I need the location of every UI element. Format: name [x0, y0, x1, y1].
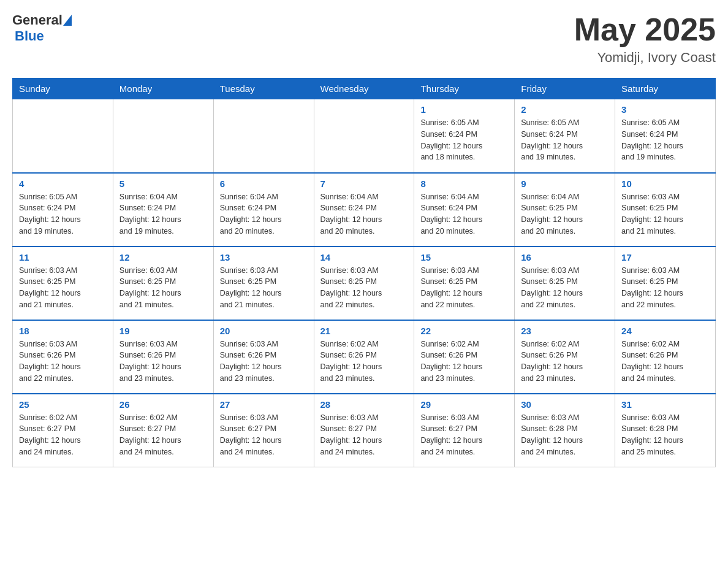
- calendar-cell: 8Sunrise: 6:04 AM Sunset: 6:24 PM Daylig…: [414, 173, 515, 247]
- day-number: 29: [420, 399, 508, 410]
- weekday-header-saturday: Saturday: [615, 79, 716, 99]
- calendar-cell: [13, 99, 113, 173]
- day-number: 24: [621, 326, 709, 336]
- day-info: Sunrise: 6:04 AM Sunset: 6:24 PM Dayligh…: [119, 191, 207, 237]
- day-number: 2: [521, 104, 609, 115]
- day-info: Sunrise: 6:03 AM Sunset: 6:26 PM Dayligh…: [119, 339, 207, 385]
- weekday-header-friday: Friday: [515, 79, 615, 99]
- calendar-cell: 6Sunrise: 6:04 AM Sunset: 6:24 PM Daylig…: [213, 173, 314, 247]
- day-info: Sunrise: 6:05 AM Sunset: 6:24 PM Dayligh…: [420, 117, 508, 163]
- day-number: 23: [521, 326, 609, 336]
- day-info: Sunrise: 6:03 AM Sunset: 6:27 PM Dayligh…: [320, 412, 408, 458]
- day-info: Sunrise: 6:03 AM Sunset: 6:28 PM Dayligh…: [621, 412, 709, 458]
- calendar-cell: [314, 99, 414, 173]
- day-number: 17: [621, 252, 709, 262]
- day-info: Sunrise: 6:02 AM Sunset: 6:26 PM Dayligh…: [521, 339, 609, 385]
- day-number: 8: [420, 178, 508, 189]
- day-info: Sunrise: 6:05 AM Sunset: 6:24 PM Dayligh…: [621, 117, 709, 163]
- day-number: 25: [19, 399, 107, 410]
- calendar-cell: [113, 99, 213, 173]
- day-number: 10: [621, 178, 709, 189]
- day-number: 26: [119, 399, 207, 410]
- calendar-week-row: 1Sunrise: 6:05 AM Sunset: 6:24 PM Daylig…: [13, 99, 716, 173]
- day-number: 6: [220, 178, 308, 189]
- day-info: Sunrise: 6:02 AM Sunset: 6:26 PM Dayligh…: [320, 339, 408, 385]
- day-info: Sunrise: 6:03 AM Sunset: 6:28 PM Dayligh…: [521, 412, 609, 458]
- title-block: May 2025 Yomidji, Ivory Coast: [574, 12, 716, 66]
- logo-general-text: General: [12, 12, 63, 28]
- day-number: 12: [119, 252, 207, 262]
- day-info: Sunrise: 6:04 AM Sunset: 6:24 PM Dayligh…: [320, 191, 408, 237]
- day-number: 27: [220, 399, 308, 410]
- calendar-cell: 17Sunrise: 6:03 AM Sunset: 6:25 PM Dayli…: [615, 247, 716, 320]
- day-number: 19: [119, 326, 207, 336]
- weekday-header-monday: Monday: [113, 79, 213, 99]
- calendar-cell: 20Sunrise: 6:03 AM Sunset: 6:26 PM Dayli…: [213, 320, 314, 394]
- weekday-header-sunday: Sunday: [13, 79, 113, 99]
- calendar-cell: 13Sunrise: 6:03 AM Sunset: 6:25 PM Dayli…: [213, 247, 314, 320]
- logo: General Blue: [12, 12, 72, 44]
- day-info: Sunrise: 6:02 AM Sunset: 6:26 PM Dayligh…: [621, 339, 709, 385]
- calendar-cell: 29Sunrise: 6:03 AM Sunset: 6:27 PM Dayli…: [414, 394, 515, 467]
- calendar-cell: 15Sunrise: 6:03 AM Sunset: 6:25 PM Dayli…: [414, 247, 515, 320]
- day-number: 15: [420, 252, 508, 262]
- weekday-header-thursday: Thursday: [414, 79, 515, 99]
- day-info: Sunrise: 6:03 AM Sunset: 6:25 PM Dayligh…: [621, 265, 709, 311]
- calendar-cell: 1Sunrise: 6:05 AM Sunset: 6:24 PM Daylig…: [414, 99, 515, 173]
- day-number: 21: [320, 326, 408, 336]
- day-info: Sunrise: 6:03 AM Sunset: 6:27 PM Dayligh…: [420, 412, 508, 458]
- calendar-cell: 10Sunrise: 6:03 AM Sunset: 6:25 PM Dayli…: [615, 173, 716, 247]
- day-info: Sunrise: 6:03 AM Sunset: 6:25 PM Dayligh…: [621, 191, 709, 237]
- calendar-cell: 25Sunrise: 6:02 AM Sunset: 6:27 PM Dayli…: [13, 394, 113, 467]
- calendar-cell: 26Sunrise: 6:02 AM Sunset: 6:27 PM Dayli…: [113, 394, 213, 467]
- day-info: Sunrise: 6:02 AM Sunset: 6:27 PM Dayligh…: [19, 412, 107, 458]
- day-info: Sunrise: 6:03 AM Sunset: 6:26 PM Dayligh…: [220, 339, 308, 385]
- calendar-cell: 12Sunrise: 6:03 AM Sunset: 6:25 PM Dayli…: [113, 247, 213, 320]
- day-info: Sunrise: 6:02 AM Sunset: 6:27 PM Dayligh…: [119, 412, 207, 458]
- calendar-cell: 19Sunrise: 6:03 AM Sunset: 6:26 PM Dayli…: [113, 320, 213, 394]
- day-number: 28: [320, 399, 408, 410]
- day-number: 18: [19, 326, 107, 336]
- weekday-header-wednesday: Wednesday: [314, 79, 414, 99]
- calendar-cell: 4Sunrise: 6:05 AM Sunset: 6:24 PM Daylig…: [13, 173, 113, 247]
- day-info: Sunrise: 6:03 AM Sunset: 6:25 PM Dayligh…: [220, 265, 308, 311]
- day-number: 14: [320, 252, 408, 262]
- weekday-header-row: SundayMondayTuesdayWednesdayThursdayFrid…: [13, 79, 716, 99]
- calendar-cell: 28Sunrise: 6:03 AM Sunset: 6:27 PM Dayli…: [314, 394, 414, 467]
- day-number: 20: [220, 326, 308, 336]
- calendar-cell: 30Sunrise: 6:03 AM Sunset: 6:28 PM Dayli…: [515, 394, 615, 467]
- day-number: 16: [521, 252, 609, 262]
- calendar-cell: 2Sunrise: 6:05 AM Sunset: 6:24 PM Daylig…: [515, 99, 615, 173]
- calendar-week-row: 4Sunrise: 6:05 AM Sunset: 6:24 PM Daylig…: [13, 173, 716, 247]
- day-info: Sunrise: 6:05 AM Sunset: 6:24 PM Dayligh…: [521, 117, 609, 163]
- day-number: 4: [19, 178, 107, 189]
- calendar-cell: 23Sunrise: 6:02 AM Sunset: 6:26 PM Dayli…: [515, 320, 615, 394]
- calendar-week-row: 11Sunrise: 6:03 AM Sunset: 6:25 PM Dayli…: [13, 247, 716, 320]
- day-number: 30: [521, 399, 609, 410]
- day-info: Sunrise: 6:03 AM Sunset: 6:27 PM Dayligh…: [220, 412, 308, 458]
- day-info: Sunrise: 6:03 AM Sunset: 6:25 PM Dayligh…: [420, 265, 508, 311]
- calendar-week-row: 25Sunrise: 6:02 AM Sunset: 6:27 PM Dayli…: [13, 394, 716, 467]
- calendar-cell: 14Sunrise: 6:03 AM Sunset: 6:25 PM Dayli…: [314, 247, 414, 320]
- day-info: Sunrise: 6:03 AM Sunset: 6:25 PM Dayligh…: [521, 265, 609, 311]
- day-info: Sunrise: 6:03 AM Sunset: 6:25 PM Dayligh…: [19, 265, 107, 311]
- month-title: May 2025: [574, 12, 716, 47]
- calendar-cell: [213, 99, 314, 173]
- day-info: Sunrise: 6:03 AM Sunset: 6:25 PM Dayligh…: [320, 265, 408, 311]
- weekday-header-tuesday: Tuesday: [213, 79, 314, 99]
- location-title: Yomidji, Ivory Coast: [574, 50, 716, 66]
- day-number: 11: [19, 252, 107, 262]
- day-number: 13: [220, 252, 308, 262]
- day-number: 31: [621, 399, 709, 410]
- calendar-week-row: 18Sunrise: 6:03 AM Sunset: 6:26 PM Dayli…: [13, 320, 716, 394]
- calendar-cell: 22Sunrise: 6:02 AM Sunset: 6:26 PM Dayli…: [414, 320, 515, 394]
- calendar-cell: 5Sunrise: 6:04 AM Sunset: 6:24 PM Daylig…: [113, 173, 213, 247]
- calendar-cell: 18Sunrise: 6:03 AM Sunset: 6:26 PM Dayli…: [13, 320, 113, 394]
- calendar-cell: 21Sunrise: 6:02 AM Sunset: 6:26 PM Dayli…: [314, 320, 414, 394]
- calendar-cell: 11Sunrise: 6:03 AM Sunset: 6:25 PM Dayli…: [13, 247, 113, 320]
- calendar-cell: 7Sunrise: 6:04 AM Sunset: 6:24 PM Daylig…: [314, 173, 414, 247]
- calendar-cell: 9Sunrise: 6:04 AM Sunset: 6:25 PM Daylig…: [515, 173, 615, 247]
- day-info: Sunrise: 6:03 AM Sunset: 6:26 PM Dayligh…: [19, 339, 107, 385]
- day-info: Sunrise: 6:04 AM Sunset: 6:25 PM Dayligh…: [521, 191, 609, 237]
- page-header: General Blue May 2025 Yomidji, Ivory Coa…: [12, 12, 716, 66]
